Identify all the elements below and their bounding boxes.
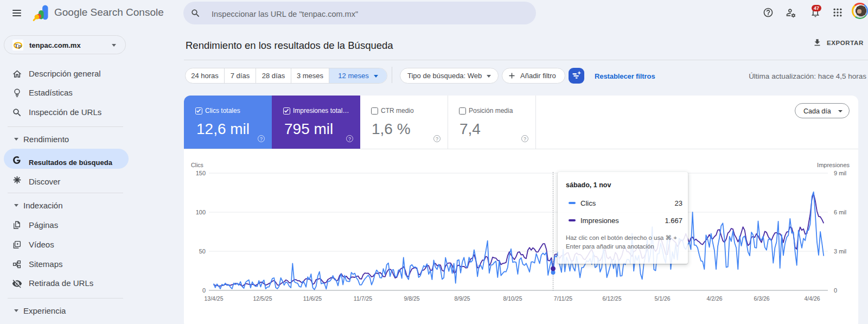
svg-text:9 mil: 9 mil — [834, 170, 846, 176]
svg-text:11/6/25: 11/6/25 — [303, 295, 322, 302]
svg-text:100: 100 — [196, 209, 206, 215]
svg-text:150: 150 — [196, 170, 206, 176]
svg-text:0: 0 — [202, 287, 206, 294]
svg-text:3 mil: 3 mil — [834, 248, 846, 255]
svg-text:8/10/25: 8/10/25 — [503, 295, 522, 302]
svg-text:6/12/25: 6/12/25 — [602, 295, 621, 302]
svg-text:Impresiones: Impresiones — [817, 162, 850, 168]
svg-text:9/8/25: 9/8/25 — [404, 295, 419, 302]
svg-text:50: 50 — [199, 248, 206, 255]
svg-text:Clics: Clics — [191, 162, 203, 168]
svg-text:5/1/26: 5/1/26 — [654, 295, 670, 302]
svg-text:4/4/26: 4/4/26 — [804, 295, 820, 302]
svg-text:0: 0 — [834, 287, 837, 294]
svg-text:8/9/25: 8/9/25 — [454, 295, 470, 302]
svg-text:6 mil: 6 mil — [834, 209, 846, 215]
svg-text:6/3/26: 6/3/26 — [754, 295, 769, 302]
svg-text:11/7/25: 11/7/25 — [354, 295, 372, 302]
svg-text:13/4/25: 13/4/25 — [204, 295, 223, 302]
svg-text:7/11/25: 7/11/25 — [554, 295, 572, 302]
svg-text:12/5/25: 12/5/25 — [253, 295, 272, 302]
svg-text:4/2/26: 4/2/26 — [706, 295, 722, 302]
